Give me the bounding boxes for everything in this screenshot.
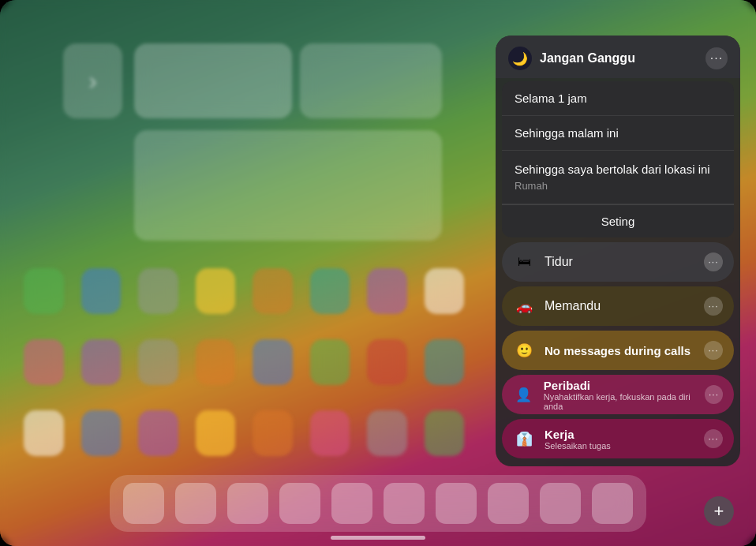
kerja-main: Kerja <box>545 428 611 441</box>
dock-icon[interactable] <box>227 483 268 524</box>
peribadi-sub: Nyahaktifkan kerja, fokuskan pada diri a… <box>544 392 705 411</box>
widget-card-3 <box>134 130 442 241</box>
app-icon <box>138 268 178 314</box>
app-icon <box>310 410 350 456</box>
app-icon <box>425 339 465 385</box>
dnd-header: 🌙 Jangan Ganggu ··· <box>496 36 740 78</box>
app-icon <box>425 268 465 314</box>
focus-mode-peribadi-left: 👤 Peribadi Nyahaktifkan kerja, fokuskan … <box>513 379 705 411</box>
dock <box>110 475 646 532</box>
app-icon <box>24 339 64 385</box>
app-icon <box>310 268 350 314</box>
app-icon <box>253 268 293 314</box>
home-indicator <box>331 536 425 540</box>
add-icon: + <box>714 501 724 522</box>
app-icon <box>253 339 293 385</box>
focus-mode-kerja[interactable]: 👔 Kerja Selesaikan tugas ··· <box>502 419 734 458</box>
memandu-more-icon: ··· <box>708 301 718 312</box>
add-button[interactable]: + <box>704 496 734 526</box>
widget-card-1 <box>134 43 292 118</box>
app-icon <box>425 410 465 456</box>
dnd-option-lokasi-sub: Rumah <box>515 179 721 193</box>
app-icon <box>196 268 236 314</box>
app-row-2 <box>24 339 464 385</box>
focus-mode-tidur[interactable]: 🛏 Tidur ··· <box>502 242 734 282</box>
dock-icon[interactable] <box>384 483 425 524</box>
focus-mode-tidur-left: 🛏 Tidur <box>513 251 573 273</box>
app-icon <box>367 268 407 314</box>
widget-card-2 <box>300 43 442 118</box>
app-icon <box>24 268 64 314</box>
memandu-more-button[interactable]: ··· <box>704 297 723 316</box>
app-icon <box>81 339 122 385</box>
dock-icon[interactable] <box>331 483 372 524</box>
dnd-option-1jam[interactable]: Selama 1 jam <box>502 81 734 116</box>
tidur-label: Tidur <box>545 255 573 269</box>
peribadi-more-icon: ··· <box>709 389 719 400</box>
dnd-option-lokasi-label: Sehingga saya bertolak dari lokasi ini <box>515 161 721 178</box>
no-messages-more-button[interactable]: ··· <box>704 341 723 360</box>
memandu-icon: 🚗 <box>513 295 535 317</box>
no-messages-text: No messages during calls <box>545 344 691 357</box>
app-icon <box>138 339 178 385</box>
focus-mode-kerja-left: 👔 Kerja Selesaikan tugas <box>513 428 611 451</box>
peribadi-text: Peribadi Nyahaktifkan kerja, fokuskan pa… <box>544 379 705 411</box>
dnd-option-malam[interactable]: Sehingga malam ini <box>502 116 734 151</box>
app-icon <box>253 410 293 456</box>
moon-icon: 🌙 <box>512 51 528 66</box>
dock-icon[interactable] <box>592 483 633 524</box>
app-icon <box>367 339 407 385</box>
focus-mode-memandu-left: 🚗 Memandu <box>513 295 601 317</box>
kerja-icon: 👔 <box>513 428 535 450</box>
moon-icon-container: 🌙 <box>508 47 532 70</box>
tidur-more-icon: ··· <box>708 256 718 267</box>
app-icon <box>81 410 122 456</box>
dnd-title: Jangan Ganggu <box>540 51 635 65</box>
dnd-more-icon: ··· <box>710 51 723 65</box>
dnd-option-lokasi[interactable]: Sehingga saya bertolak dari lokasi ini R… <box>502 151 734 204</box>
peribadi-main: Peribadi <box>544 379 705 392</box>
app-icon <box>138 410 178 456</box>
dnd-more-button[interactable]: ··· <box>705 47 728 69</box>
app-icon <box>196 339 236 385</box>
tidur-more-button[interactable]: ··· <box>704 252 723 271</box>
widget-arrow: › <box>63 43 122 118</box>
app-row-3 <box>24 410 464 456</box>
dock-icon[interactable] <box>279 483 320 524</box>
no-messages-icon: 🙂 <box>513 339 535 361</box>
ipad-screen: › <box>0 0 756 546</box>
kerja-more-button[interactable]: ··· <box>704 429 723 448</box>
tidur-icon: 🛏 <box>513 251 535 273</box>
app-icon <box>81 268 122 314</box>
kerja-more-icon: ··· <box>708 433 718 444</box>
dock-icon[interactable] <box>123 483 164 524</box>
dnd-settings[interactable]: Seting <box>502 204 734 237</box>
app-icon <box>310 339 350 385</box>
dock-icon[interactable] <box>488 483 529 524</box>
peribadi-icon: 👤 <box>513 383 534 406</box>
dock-icon[interactable] <box>175 483 216 524</box>
kerja-sub: Selesaikan tugas <box>545 441 611 451</box>
no-messages-main: No messages during calls <box>545 344 691 357</box>
focus-mode-peribadi[interactable]: 👤 Peribadi Nyahaktifkan kerja, fokuskan … <box>502 375 734 414</box>
app-icon <box>196 410 236 456</box>
dock-icon[interactable] <box>540 483 581 524</box>
app-icon <box>367 410 407 456</box>
dock-icon[interactable] <box>436 483 477 524</box>
app-row-1 <box>24 268 464 314</box>
app-icon <box>24 410 64 456</box>
dnd-submenu: Selama 1 jam Sehingga malam ini Sehingga… <box>502 81 734 237</box>
no-messages-more-icon: ··· <box>708 345 718 356</box>
focus-mode-no-messages-left: 🙂 No messages during calls <box>513 339 691 361</box>
kerja-text: Kerja Selesaikan tugas <box>545 428 611 451</box>
focus-mode-memandu[interactable]: 🚗 Memandu ··· <box>502 286 734 326</box>
focus-panel: 🌙 Jangan Ganggu ··· Selama 1 jam Sehingg… <box>496 36 740 466</box>
dnd-header-left: 🌙 Jangan Ganggu <box>508 47 635 70</box>
focus-mode-no-messages[interactable]: 🙂 No messages during calls ··· <box>502 331 734 370</box>
memandu-label: Memandu <box>545 299 601 313</box>
peribadi-more-button[interactable]: ··· <box>705 385 723 404</box>
